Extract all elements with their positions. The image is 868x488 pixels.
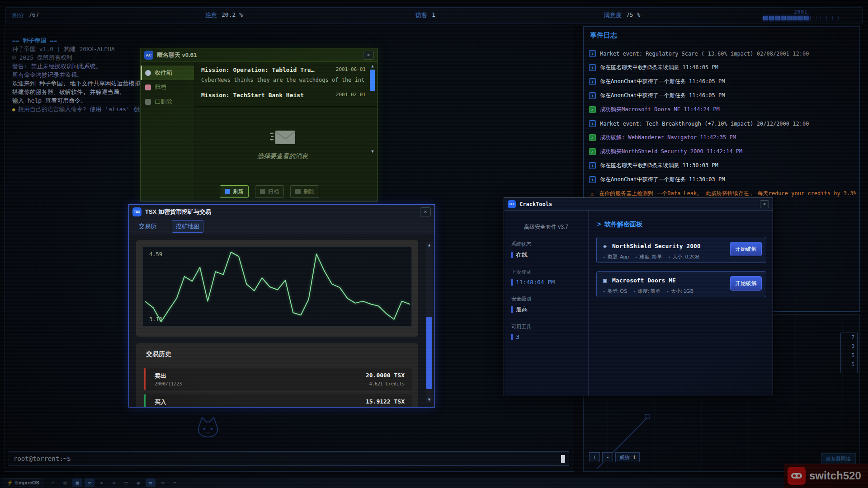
year-segment — [787, 16, 792, 20]
taskbar-app-icon[interactable]: ⌨ — [48, 479, 58, 487]
software-icon: ▣ — [603, 277, 607, 284]
stat-number: 7 — [841, 333, 857, 342]
field-label: 上次登录 — [511, 269, 588, 276]
message-list-item[interactable]: Mission: TechStart Bank Heist 2001-02-01 — [194, 87, 377, 106]
trade-amount: 15.9122 TSX — [366, 398, 405, 405]
app-glyph: ✉ — [149, 480, 152, 486]
folder-item[interactable]: 收件箱 — [141, 66, 194, 80]
tsx-tabs: 交易所 挖矿地图 — [129, 219, 434, 234]
event-log-title: 事件日志 — [590, 31, 859, 40]
chat-action-button[interactable]: 删除 — [290, 185, 319, 198]
tsx-scrollbar[interactable]: ▲ ▼ — [426, 242, 433, 403]
taskbar-icons: ⌨ ▤ ▦ ⚒ ❖ ⚙ — [48, 479, 180, 487]
close-icon[interactable]: × — [363, 51, 374, 60]
chat-footer-toolbar: 刷新 归档 删除 — [194, 182, 377, 201]
taskbar-app-icon[interactable]: ▦ — [72, 479, 82, 487]
meta-type: 类型: App — [603, 253, 629, 260]
app-glyph: ▦ — [76, 480, 79, 486]
close-icon[interactable]: × — [760, 200, 769, 208]
sidebar-field: 安全级别 最高 — [511, 296, 588, 314]
taskbar-app-icon[interactable]: ❖ — [97, 479, 107, 487]
field-value: 11:48:04 PM — [511, 279, 588, 286]
command-input[interactable]: root@torrent:~$ — [9, 451, 569, 466]
event-text: 成功购买Macrosoft Doors ME 11:44:24 PM — [600, 106, 720, 113]
scroll-down-icon[interactable]: ▼ — [426, 397, 433, 402]
year-segment — [763, 16, 768, 20]
chat-action-button[interactable]: 刷新 — [220, 185, 249, 198]
terminal-line-text: 欢迎来到 种子帝国, 地下文件共享网站运营模拟。 — [12, 80, 146, 87]
start-crack-button[interactable]: 开始破解 — [730, 242, 762, 256]
taskbar-app-icon[interactable]: ⚒ — [158, 479, 168, 487]
year-progress-segments — [763, 16, 839, 20]
taskbar-app-icon[interactable]: ⚒ — [85, 479, 94, 487]
tsx-tab[interactable]: 挖矿地图 — [172, 220, 203, 233]
attention-value: 20.2 % — [222, 11, 243, 19]
event-status-icon — [589, 191, 595, 197]
watermark-badge: switch520 — [784, 464, 868, 488]
zoom-out-button[interactable]: - — [602, 452, 613, 462]
price-line-series — [144, 248, 411, 326]
trade-list: 卖出 2000/11/23 20.0000 TSX 4.621 Credits … — [136, 368, 418, 408]
folder-icon — [145, 99, 151, 105]
taskbar-app-icon[interactable]: ⚙ — [109, 479, 119, 487]
trade-history-title: 交易历史 — [136, 343, 418, 364]
watermark-logo-icon — [788, 467, 806, 485]
meta-type: 类型: OS — [603, 288, 627, 295]
cracktools-window: CT CrackTools × 高级安全套件 v3.7 系统状态 在线 上次登录… — [504, 197, 773, 396]
stat-number: 5 — [841, 360, 857, 369]
close-icon[interactable]: × — [420, 207, 431, 216]
app-glyph: ⌨ — [52, 480, 55, 486]
taskbar-app-icon[interactable]: ➤ — [170, 479, 180, 487]
tsx-crypto-window: TSX TSX 加密货币挖矿与交易 × 交易所 挖矿地图 4.59 3.13 交… — [128, 204, 435, 408]
terminal-line-text: 警告: 禁止未经授权访问此系统。 — [12, 63, 102, 70]
folder-icon — [145, 84, 151, 90]
taskbar-app-icon[interactable]: ▤ — [60, 479, 70, 487]
scroll-up-icon[interactable]: ▲ — [426, 243, 433, 247]
scroll-down-icon[interactable]: ▼ — [369, 149, 376, 154]
server-network-button[interactable]: 服务器网络 — [821, 453, 856, 464]
trade-date: 2000/11/23 — [155, 381, 182, 386]
tsx-titlebar[interactable]: TSX TSX 加密货币挖矿与交易 × — [129, 205, 434, 219]
zoom-in-button[interactable]: + — [589, 452, 600, 462]
os-start-button[interactable]: ⚡ EmpireOS — [3, 478, 43, 487]
tsx-tab[interactable]: 交易所 — [135, 221, 160, 232]
button-label: 刷新 — [233, 188, 244, 196]
scroll-up-icon[interactable]: ▲ — [369, 64, 376, 68]
software-name: Macrosoft Doors ME — [612, 277, 676, 284]
app-glyph: ▤ — [64, 480, 67, 486]
sidebar-field: 可用工具 3 — [511, 324, 588, 340]
start-crack-button[interactable]: 开始破解 — [730, 276, 762, 291]
taskbar-app-icon[interactable]: ☰ — [121, 479, 131, 487]
event-status-icon — [589, 92, 596, 99]
folder-item[interactable]: 归档 — [141, 80, 194, 94]
anonchat-app-icon: AC — [144, 51, 153, 60]
folder-label: 已删除 — [155, 98, 172, 106]
event-text: 成功购买NorthShield Security 2000 11:42:14 P… — [600, 148, 742, 155]
event-text: 你在AnonChat中获得了一个新任务 11:46:05 PM — [600, 92, 725, 99]
event-text: 你在匿名聊天中收到3条未读消息 11:46:05 PM — [600, 64, 718, 71]
meta-difficulty: 难度: 简单 — [633, 288, 660, 295]
app-glyph: ☰ — [124, 480, 128, 486]
trade-credits: 4.621 Credits — [369, 381, 405, 386]
message-list-item[interactable]: Mission: Operation: Tabloid Tru… 2001-06… — [194, 62, 377, 87]
chat-scroll-thumb[interactable] — [370, 70, 375, 91]
cracktools-titlebar[interactable]: CT CrackTools × — [504, 198, 773, 211]
top-stats-bar: 积分 767 注意 20.2 % 访客 1 满意度 75 % 2001 — [5, 7, 863, 23]
taskbar-app-icon[interactable]: ◉ — [133, 479, 143, 487]
anonchat-titlebar[interactable]: AC 匿名聊天 v0.61 × — [141, 48, 377, 62]
event-log-entry: 成功购买NorthShield Security 2000 11:42:14 P… — [589, 145, 856, 159]
folder-item[interactable]: 已删除 — [141, 94, 194, 109]
taskbar-app-icon[interactable]: ✉ — [146, 479, 156, 487]
button-icon — [260, 189, 265, 194]
chevron-right-icon: > — [597, 221, 601, 228]
chat-action-button[interactable]: 归档 — [255, 185, 284, 198]
score-label: 积分 — [12, 11, 24, 19]
cracktools-title: CrackTools — [519, 201, 552, 207]
threat-indicator: 威胁: 1 — [615, 452, 640, 462]
tsx-scroll-thumb[interactable] — [426, 317, 432, 389]
event-log-entry: 你在匿名聊天中收到3条未读消息 11:30:03 PM — [589, 159, 856, 173]
empty-message-state: 选择要查看的消息 — [194, 130, 371, 160]
decrypt-panel-title: >软件解密面板 — [597, 221, 773, 229]
chat-scrollbar[interactable]: ▲ ▼ — [369, 64, 376, 154]
year-segment — [822, 16, 827, 20]
